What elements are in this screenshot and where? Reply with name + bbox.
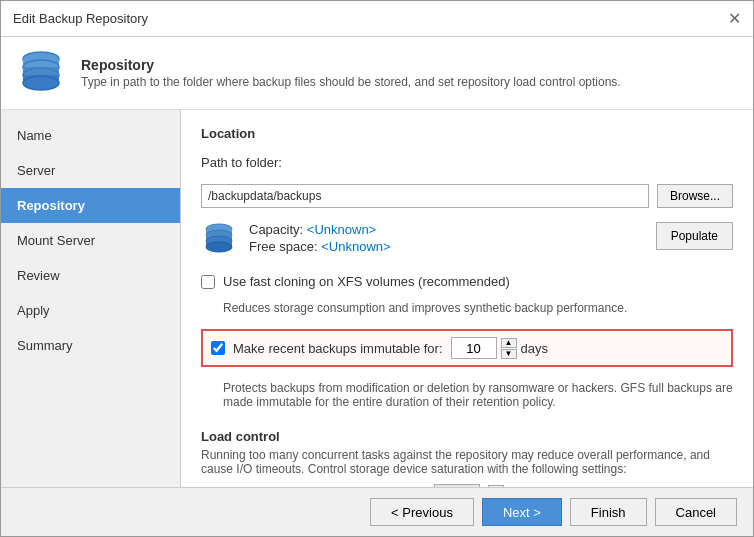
days-spinner: ▲ ▼ — [501, 338, 517, 359]
days-label: days — [521, 341, 548, 356]
header-title: Repository — [81, 57, 621, 73]
capacity-row: Capacity: <Unknown> Free space: <Unknown… — [201, 222, 733, 258]
days-decrement[interactable]: ▼ — [501, 349, 517, 359]
freespace-line: Free space: <Unknown> — [249, 239, 391, 254]
main-content: Name Server Repository Mount Server Revi… — [1, 110, 753, 487]
capacity-value: <Unknown> — [307, 222, 376, 237]
path-label: Path to folder: — [201, 155, 291, 170]
close-button[interactable]: ✕ — [728, 9, 741, 28]
footer: < Previous Next > Finish Cancel — [1, 487, 753, 536]
sidebar-item-repository[interactable]: Repository — [1, 188, 180, 223]
sidebar-item-mount-server[interactable]: Mount Server — [1, 223, 180, 258]
sidebar-item-name[interactable]: Name — [1, 118, 180, 153]
sidebar-item-server[interactable]: Server — [1, 153, 180, 188]
capacity-details: Capacity: <Unknown> Free space: <Unknown… — [249, 222, 391, 254]
cancel-button[interactable]: Cancel — [655, 498, 737, 526]
sidebar: Name Server Repository Mount Server Revi… — [1, 110, 181, 487]
days-input-wrap: ▲ ▼ days — [451, 337, 548, 359]
fast-cloning-row: Use fast cloning on XFS volumes (recomme… — [201, 274, 733, 289]
path-input-row: Browse... — [201, 184, 733, 208]
load-control-section: Load control Running too many concurrent… — [201, 429, 733, 487]
dialog-title: Edit Backup Repository — [13, 11, 148, 26]
repository-icon — [17, 49, 65, 97]
freespace-value: <Unknown> — [321, 239, 390, 254]
capacity-line: Capacity: <Unknown> — [249, 222, 391, 237]
days-input[interactable] — [451, 337, 497, 359]
populate-button[interactable]: Populate — [656, 222, 733, 250]
days-increment[interactable]: ▲ — [501, 338, 517, 348]
immutable-hint: Protects backups from modification or de… — [223, 381, 733, 409]
sidebar-item-review[interactable]: Review — [1, 258, 180, 293]
location-section-title: Location — [201, 126, 733, 141]
title-bar: Edit Backup Repository ✕ — [1, 1, 753, 37]
next-button[interactable]: Next > — [482, 498, 562, 526]
fast-cloning-hint: Reduces storage consumption and improves… — [223, 301, 733, 315]
sidebar-item-apply[interactable]: Apply — [1, 293, 180, 328]
dialog: Edit Backup Repository ✕ Repository Type… — [0, 0, 754, 537]
svg-point-13 — [206, 242, 232, 252]
header-subtitle: Type in path to the folder where backup … — [81, 75, 621, 89]
svg-point-6 — [23, 76, 59, 90]
immutable-checkbox[interactable] — [211, 341, 225, 355]
load-control-description: Running too many concurrent tasks agains… — [201, 448, 733, 476]
fast-cloning-label: Use fast cloning on XFS volumes (recomme… — [223, 274, 510, 289]
finish-button[interactable]: Finish — [570, 498, 647, 526]
load-control-title: Load control — [201, 429, 733, 444]
title-bar-left: Edit Backup Repository — [13, 11, 148, 26]
header-text: Repository Type in path to the folder wh… — [81, 57, 621, 89]
sidebar-item-summary[interactable]: Summary — [1, 328, 180, 363]
immutable-row: Make recent backups immutable for: ▲ ▼ d… — [201, 329, 733, 367]
header-section: Repository Type in path to the folder wh… — [1, 37, 753, 110]
path-input[interactable] — [201, 184, 649, 208]
fast-cloning-checkbox[interactable] — [201, 275, 215, 289]
capacity-label: Capacity: — [249, 222, 303, 237]
immutable-label: Make recent backups immutable for: — [233, 341, 443, 356]
freespace-label: Free space: — [249, 239, 318, 254]
capacity-icon — [201, 222, 237, 258]
browse-button[interactable]: Browse... — [657, 184, 733, 208]
path-row: Path to folder: — [201, 155, 733, 170]
content-area: Location Path to folder: Browse... — [181, 110, 753, 487]
previous-button[interactable]: < Previous — [370, 498, 474, 526]
